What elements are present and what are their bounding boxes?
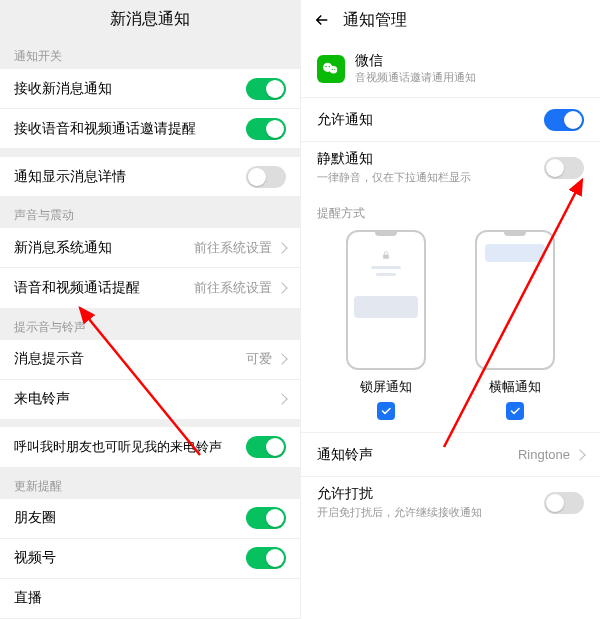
mode-options: 锁屏通知 横幅通知: [301, 226, 600, 420]
row-receive-new[interactable]: 接收新消息通知: [0, 69, 300, 109]
row-label: 静默通知: [317, 150, 544, 168]
row-label: 朋友圈: [14, 509, 246, 527]
svg-point-3: [325, 65, 327, 67]
svg-point-4: [329, 65, 331, 67]
toggle-receive-new[interactable]: [246, 78, 286, 100]
checkbox-banner[interactable]: [506, 402, 524, 420]
toggle-moments[interactable]: [246, 507, 286, 529]
chevron-right-icon: [276, 353, 287, 364]
row-silent[interactable]: 静默通知 一律静音，仅在下拉通知栏显示: [301, 141, 600, 193]
chevron-right-icon: [574, 449, 585, 460]
mode-banner[interactable]: 横幅通知: [475, 230, 555, 420]
lock-icon: [381, 250, 391, 260]
row-label: 新消息系统通知: [14, 239, 194, 257]
left-header-title: 新消息通知: [110, 9, 190, 30]
checkbox-lockscreen[interactable]: [377, 402, 395, 420]
right-pane: 通知管理 微信 音视频通话邀请通用通知 允许通知 静默通知 一律静音，仅在下拉通…: [300, 0, 600, 619]
row-label: 通知铃声: [317, 446, 518, 464]
toggle-receive-av[interactable]: [246, 118, 286, 140]
row-allow-notify[interactable]: 允许通知: [301, 97, 600, 141]
row-moments[interactable]: 朋友圈: [0, 499, 300, 539]
row-label: 语音和视频通话提醒: [14, 279, 194, 297]
row-dnd[interactable]: 允许打扰 开启免打扰后，允许继续接收通知: [301, 476, 600, 528]
chevron-right-icon: [276, 242, 287, 253]
left-pane: 新消息通知 通知开关 接收新消息通知 接收语音和视频通话邀请提醒 通知显示消息详…: [0, 0, 300, 619]
row-label: 消息提示音: [14, 350, 246, 368]
row-value: 前往系统设置: [194, 239, 272, 257]
svg-point-6: [334, 68, 335, 69]
section-tone: 提示音与铃声: [0, 309, 300, 340]
row-msg-tone[interactable]: 消息提示音 可爱: [0, 340, 300, 380]
row-value: 可爱: [246, 350, 272, 368]
section-sound: 声音与震动: [0, 197, 300, 228]
app-sub: 音视频通话邀请通用通知: [355, 70, 476, 85]
row-label: 呼叫我时朋友也可听见我的来电铃声: [14, 438, 246, 456]
app-info-row: 微信 音视频通话邀请通用通知: [301, 40, 600, 97]
row-label: 来电铃声: [14, 390, 278, 408]
phone-mockup-banner: [475, 230, 555, 370]
toggle-allow[interactable]: [544, 109, 584, 131]
row-value: Ringtone: [518, 447, 570, 462]
row-label: 接收语音和视频通话邀请提醒: [14, 120, 246, 138]
section-update: 更新提醒: [0, 468, 300, 499]
mode-label: 横幅通知: [489, 378, 541, 396]
row-receive-av[interactable]: 接收语音和视频通话邀请提醒: [0, 109, 300, 149]
chevron-right-icon: [276, 282, 287, 293]
mode-label: 锁屏通知: [360, 378, 412, 396]
row-sub: 一律静音，仅在下拉通知栏显示: [317, 170, 544, 185]
row-live[interactable]: 直播: [0, 579, 300, 619]
left-header: 新消息通知: [0, 0, 300, 38]
row-ringtone-setting[interactable]: 通知铃声 Ringtone: [301, 432, 600, 476]
row-ringtone[interactable]: 来电铃声: [0, 380, 300, 420]
toggle-show-detail[interactable]: [246, 166, 286, 188]
row-label: 接收新消息通知: [14, 80, 246, 98]
row-av-remind[interactable]: 语音和视频通话提醒 前往系统设置: [0, 268, 300, 308]
row-sys-notify[interactable]: 新消息系统通知 前往系统设置: [0, 228, 300, 268]
svg-point-2: [330, 66, 338, 74]
svg-rect-7: [383, 255, 389, 259]
right-header-title: 通知管理: [343, 10, 600, 31]
app-name: 微信: [355, 52, 476, 70]
phone-mockup-lockscreen: [346, 230, 426, 370]
row-channels[interactable]: 视频号: [0, 539, 300, 579]
row-value: 前往系统设置: [194, 279, 272, 297]
row-label: 直播: [14, 589, 286, 607]
toggle-silent[interactable]: [544, 157, 584, 179]
toggle-dnd[interactable]: [544, 492, 584, 514]
back-icon[interactable]: [313, 11, 331, 29]
wechat-icon: [317, 55, 345, 83]
right-header: 通知管理: [301, 0, 600, 40]
row-call-visible[interactable]: 呼叫我时朋友也可听见我的来电铃声: [0, 427, 300, 467]
chevron-right-icon: [276, 394, 287, 405]
row-sub: 开启免打扰后，允许继续接收通知: [317, 505, 544, 520]
section-switch: 通知开关: [0, 38, 300, 69]
toggle-channels[interactable]: [246, 547, 286, 569]
svg-point-5: [332, 68, 333, 69]
section-mode: 提醒方式: [301, 193, 600, 226]
row-label: 视频号: [14, 549, 246, 567]
row-label: 允许打扰: [317, 485, 544, 503]
row-show-detail[interactable]: 通知显示消息详情: [0, 157, 300, 197]
toggle-call-visible[interactable]: [246, 436, 286, 458]
mode-lockscreen[interactable]: 锁屏通知: [346, 230, 426, 420]
row-label: 通知显示消息详情: [14, 168, 246, 186]
row-label: 允许通知: [317, 111, 544, 129]
